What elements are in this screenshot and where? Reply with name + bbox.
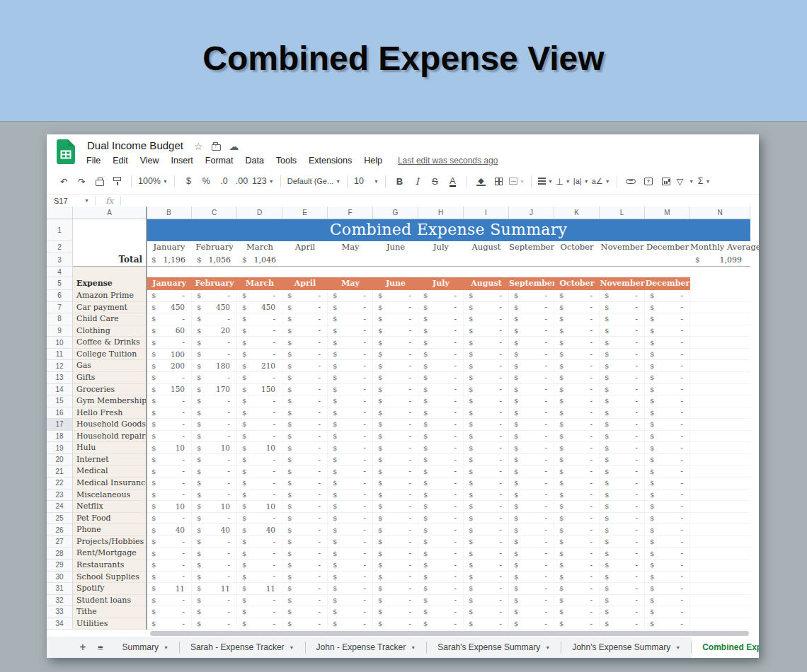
cell-A30[interactable]: School Supplies (73, 572, 147, 584)
corner-cell[interactable] (47, 207, 73, 219)
cell-M25[interactable]: $- (645, 513, 690, 525)
cell-N18[interactable] (690, 431, 750, 443)
row-header-31[interactable]: 31 (47, 583, 73, 595)
row-header-7[interactable]: 7 (47, 302, 73, 314)
cell-F9[interactable]: $- (328, 325, 373, 337)
cell-N7[interactable] (690, 302, 750, 314)
cell-I34[interactable]: $- (464, 618, 509, 630)
cell-E13[interactable]: $- (282, 372, 328, 384)
cell-D26[interactable]: $40 (237, 524, 282, 536)
cell-M20[interactable]: $- (645, 454, 690, 466)
cell-I14[interactable]: $- (464, 384, 509, 396)
sheet-tab-combined-expense-active[interactable]: Combined Expense (692, 637, 759, 658)
cell-G10[interactable]: $- (373, 337, 418, 349)
row-header-22[interactable]: 22 (47, 477, 73, 489)
cell-I26[interactable]: $- (464, 524, 509, 536)
cell-L19[interactable]: $- (600, 442, 645, 454)
cell-K21[interactable]: $- (554, 465, 600, 477)
cell-M12[interactable]: $- (645, 360, 690, 372)
col-header-B[interactable]: B (147, 207, 192, 219)
cell-I32[interactable]: $- (464, 595, 509, 607)
cell-G23[interactable]: $- (373, 489, 418, 502)
menu-insert[interactable]: Insert (171, 156, 193, 166)
cell-D17[interactable]: $- (237, 419, 282, 431)
cell-D23[interactable]: $- (237, 489, 282, 502)
cell-D11[interactable]: $- (237, 349, 282, 361)
row-header-13[interactable]: 13 (47, 372, 73, 384)
cell-N3[interactable]: $1,099 (690, 253, 750, 266)
cell-J10[interactable]: $- (509, 337, 554, 349)
col-header-H[interactable]: H (418, 207, 464, 219)
cell-A14[interactable]: Groceries (73, 384, 147, 396)
filter-icon[interactable]: ▽▼ (677, 173, 694, 189)
cell-E16[interactable]: $- (282, 407, 328, 419)
cell-I28[interactable]: $- (464, 548, 509, 560)
add-sheet-button[interactable]: + (75, 641, 91, 654)
cell-B32[interactable]: $- (147, 595, 192, 607)
row-header-5[interactable]: 5 (47, 277, 73, 290)
cell-L16[interactable]: $- (600, 407, 645, 419)
font-size-selector[interactable]: 10▼ (354, 173, 379, 189)
cell-N8[interactable] (690, 313, 750, 325)
last-edit-link[interactable]: Last edit was seconds ago (398, 156, 498, 166)
text-wrap-icon[interactable]: |a|▼ (573, 173, 589, 189)
cell-E34[interactable]: $- (282, 618, 328, 630)
cell-L15[interactable]: $- (600, 395, 645, 407)
cell-H13[interactable]: $- (418, 372, 464, 384)
cell-D8[interactable]: $- (237, 313, 282, 325)
cell-N33[interactable] (690, 606, 750, 618)
cell-H27[interactable]: $- (418, 536, 464, 548)
cell-D22[interactable]: $- (237, 477, 282, 489)
cell-I29[interactable]: $- (464, 560, 509, 572)
cell-F8[interactable]: $- (328, 313, 373, 325)
cell-G8[interactable]: $- (373, 313, 418, 325)
cell-J12[interactable]: $- (509, 360, 554, 372)
cell-D28[interactable]: $- (237, 548, 282, 560)
cell-B7[interactable]: $450 (147, 302, 192, 314)
cell-K12[interactable]: $- (554, 360, 600, 372)
cell-H7[interactable]: $- (418, 302, 464, 314)
cell-H15[interactable]: $- (418, 395, 464, 407)
name-box[interactable]: S17▼ (47, 197, 92, 205)
cell-M11[interactable]: $- (645, 349, 690, 361)
cell-F23[interactable]: $- (328, 489, 373, 502)
cell-E33[interactable]: $- (282, 606, 328, 618)
cell-M26[interactable]: $- (645, 524, 690, 536)
cell-E27[interactable]: $- (282, 536, 328, 548)
cell-H9[interactable]: $- (418, 325, 464, 337)
cell-I16[interactable]: $- (464, 407, 509, 419)
cell-C11[interactable]: $- (192, 349, 237, 361)
cell-M33[interactable]: $- (645, 606, 690, 618)
cell-H11[interactable]: $- (418, 349, 464, 361)
cell-D21[interactable]: $- (237, 465, 282, 477)
cell-L17[interactable]: $- (600, 419, 645, 431)
cell-L26[interactable]: $- (600, 524, 645, 536)
cell-B9[interactable]: $60 (147, 325, 192, 337)
cell-I22[interactable]: $- (464, 477, 509, 489)
cell-L33[interactable]: $- (600, 606, 645, 618)
row-header-18[interactable]: 18 (47, 431, 73, 443)
cell-E9[interactable]: $- (282, 325, 328, 337)
cell-H30[interactable]: $- (418, 572, 464, 584)
cell-B11[interactable]: $100 (147, 349, 192, 361)
cell-M17[interactable]: $- (645, 419, 690, 431)
cell-J34[interactable]: $- (509, 618, 554, 630)
cell-A6[interactable]: Amazon Prime (73, 290, 147, 302)
cell-I7[interactable]: $- (464, 302, 509, 314)
cell-B16[interactable]: $- (147, 407, 192, 419)
row-header-10[interactable]: 10 (47, 337, 73, 349)
cell-H33[interactable]: $- (418, 606, 464, 618)
cell-N24[interactable] (690, 501, 750, 513)
cell-L31[interactable]: $- (600, 583, 645, 595)
cell-J18[interactable]: $- (509, 431, 554, 443)
cell-K8[interactable]: $- (554, 313, 600, 325)
cell-B18[interactable]: $- (147, 431, 192, 443)
cell-A23[interactable]: Miscelaneous (73, 489, 147, 502)
cell-D9[interactable]: $- (237, 325, 282, 337)
sheet-tab-sarah-expense-tracker[interactable]: Sarah - Expense Tracker▼ (180, 637, 305, 658)
cell-B12[interactable]: $200 (147, 360, 192, 372)
cell-K27[interactable]: $- (554, 536, 600, 548)
cell-B8[interactable]: $- (147, 313, 192, 325)
row-header-30[interactable]: 30 (47, 572, 73, 584)
cell-F26[interactable]: $- (328, 524, 373, 536)
